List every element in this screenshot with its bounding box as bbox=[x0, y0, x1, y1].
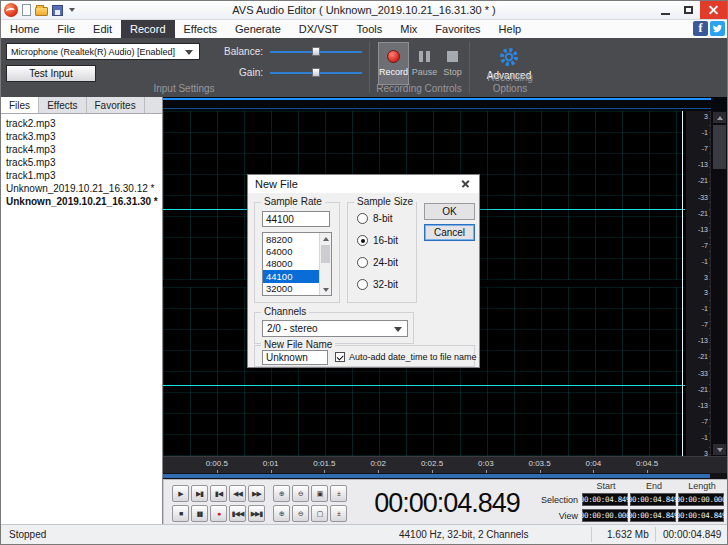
sample-rate-option-88200[interactable]: 88200 bbox=[263, 233, 319, 245]
menu-tab-help[interactable]: Help bbox=[490, 20, 531, 38]
ok-button[interactable]: OK bbox=[424, 203, 475, 220]
menu-tab-favorites[interactable]: Favorites bbox=[426, 20, 489, 38]
radio-label: 32-bit bbox=[373, 279, 398, 290]
menu-tab-effects[interactable]: Effects bbox=[175, 20, 226, 38]
facebook-icon[interactable]: f bbox=[693, 21, 708, 36]
balance-slider[interactable] bbox=[270, 46, 362, 57]
listbox-scroll-thumb[interactable] bbox=[321, 245, 330, 263]
sample-rate-option-44100[interactable]: 44100 bbox=[263, 270, 319, 282]
cancel-button[interactable]: Cancel bbox=[424, 224, 475, 241]
time-tick-label: 0:03.5 bbox=[528, 459, 550, 468]
dialog-close-button[interactable] bbox=[452, 175, 479, 193]
input-settings-group-label: Input Settings bbox=[1, 83, 367, 94]
radio-option-32-bit[interactable]: 32-bit bbox=[357, 279, 398, 290]
fast-forward-button[interactable]: ▶▶ bbox=[248, 485, 265, 502]
menu-tab-record[interactable]: Record bbox=[121, 20, 174, 38]
previous-button[interactable]: ▮◀ bbox=[210, 485, 227, 502]
scroll-up-button[interactable] bbox=[713, 112, 726, 123]
play-selection-button[interactable]: ▶▮ bbox=[191, 485, 208, 502]
zoom-full-button[interactable]: ± bbox=[330, 485, 347, 502]
new-file-icon[interactable] bbox=[22, 4, 31, 16]
dialog-body: Sample Rate 44100 8820064000480004410032… bbox=[248, 193, 479, 368]
horizontal-scroll-thumb[interactable] bbox=[163, 474, 710, 478]
db-label: -7 bbox=[702, 418, 708, 425]
gain-control: Gain: bbox=[219, 66, 362, 79]
vertical-scrollbar[interactable] bbox=[710, 111, 727, 456]
zoom-vertical-selection-button[interactable]: ▢ bbox=[311, 505, 328, 522]
titlebar[interactable]: AVS Audio Editor ( Unknown_2019.10.21_16… bbox=[1, 1, 727, 20]
go-to-start-button[interactable]: ▮◀◀ bbox=[229, 505, 246, 522]
channels-label: Channels bbox=[261, 306, 309, 317]
panel-tab-favorites[interactable]: Favorites bbox=[87, 97, 145, 113]
stop-button[interactable]: ■ bbox=[172, 505, 189, 522]
scroll-down-button[interactable] bbox=[713, 444, 726, 455]
zoom-row-2: ⊕⊖▢± bbox=[273, 505, 347, 522]
view-end-value: 00:00:04.849 bbox=[630, 509, 676, 522]
zoom-vertical-full-button[interactable]: ± bbox=[330, 505, 347, 522]
menu-tab-file[interactable]: File bbox=[48, 20, 84, 38]
sample-rate-option-32000[interactable]: 32000 bbox=[263, 283, 319, 295]
panel-tab-files[interactable]: Files bbox=[1, 97, 39, 113]
vertical-scroll-thumb[interactable] bbox=[713, 125, 726, 169]
zoom-selection-button[interactable]: ▣ bbox=[311, 485, 328, 502]
radio-option-24-bit[interactable]: 24-bit bbox=[357, 257, 398, 268]
menu-tab-dx-vst[interactable]: DX/VST bbox=[290, 20, 348, 38]
playback-cursor[interactable] bbox=[682, 111, 683, 456]
radio-option-16-bit[interactable]: 16-bit bbox=[357, 235, 398, 246]
radio-option-8-bit[interactable]: 8-bit bbox=[357, 213, 392, 224]
file-item[interactable]: track1.mp3 bbox=[1, 169, 162, 182]
zoom-vertical-out-button[interactable]: ⊖ bbox=[292, 505, 309, 522]
channels-select[interactable]: 2/0 - stereo bbox=[262, 320, 408, 337]
transport-bar: ▶▶▮▮◀◀◀▶▶ ■▮▮●▮◀◀▶▶▮ ⊕⊖▣± ⊕⊖▢± 00:00:04.… bbox=[163, 479, 727, 526]
test-input-button[interactable]: Test Input bbox=[6, 65, 96, 82]
scroll-up-button[interactable] bbox=[320, 233, 331, 244]
file-item[interactable]: Unknown_2019.10.21_16.30.12 * bbox=[1, 182, 162, 195]
panel-tab-effects[interactable]: Effects bbox=[39, 97, 86, 113]
time-ruler[interactable]: 0:00.50:010:01.50:020:02.50:030:03.50:04… bbox=[163, 456, 727, 473]
chevron-down-icon bbox=[394, 327, 402, 332]
file-item[interactable]: track5.mp3 bbox=[1, 156, 162, 169]
pause-ribbon-button[interactable]: Pause bbox=[411, 42, 438, 85]
pause-button[interactable]: ▮▮ bbox=[191, 505, 208, 522]
gain-slider[interactable] bbox=[270, 67, 362, 78]
save-icon[interactable] bbox=[52, 5, 63, 16]
overview-strip[interactable] bbox=[163, 97, 727, 111]
menu-tab-home[interactable]: Home bbox=[1, 20, 48, 38]
slider-thumb[interactable] bbox=[312, 68, 320, 77]
dialog-titlebar[interactable]: New File bbox=[248, 175, 479, 193]
twitter-icon[interactable] bbox=[710, 21, 725, 36]
file-item[interactable]: track4.mp3 bbox=[1, 143, 162, 156]
input-device-select[interactable]: Microphone (Realtek(R) Audio) [Enabled] bbox=[6, 43, 200, 60]
slider-thumb[interactable] bbox=[312, 47, 320, 56]
listbox-scrollbar[interactable] bbox=[319, 233, 331, 295]
quick-access-caret-icon[interactable] bbox=[69, 8, 75, 12]
zoom-out-button[interactable]: ⊖ bbox=[292, 485, 309, 502]
menu-tab-tools[interactable]: Tools bbox=[348, 20, 392, 38]
zoom-vertical-in-button[interactable]: ⊕ bbox=[273, 505, 290, 522]
balance-label: Balance: bbox=[219, 46, 263, 57]
maximize-button[interactable] bbox=[677, 1, 700, 19]
minimize-button[interactable] bbox=[654, 1, 677, 19]
record-ribbon-button[interactable]: Record bbox=[378, 42, 409, 85]
menu-tab-mix[interactable]: Mix bbox=[391, 20, 426, 38]
file-item[interactable]: track3.mp3 bbox=[1, 130, 162, 143]
file-item[interactable]: Unknown_2019.10.21_16.31.30 * bbox=[1, 195, 162, 208]
auto-add-datetime-checkbox[interactable] bbox=[335, 352, 345, 362]
file-item[interactable]: track2.mp3 bbox=[1, 117, 162, 130]
play-button[interactable]: ▶ bbox=[172, 485, 189, 502]
file-name-input[interactable]: Unknown bbox=[262, 350, 328, 365]
go-to-end-button[interactable]: ▶▶▮ bbox=[248, 505, 265, 522]
rewind-button[interactable]: ◀◀ bbox=[229, 485, 246, 502]
zoom-in-button[interactable]: ⊕ bbox=[273, 485, 290, 502]
menu-tab-edit[interactable]: Edit bbox=[84, 20, 121, 38]
stop-ribbon-button[interactable]: Stop bbox=[439, 42, 466, 85]
menu-tab-generate[interactable]: Generate bbox=[226, 20, 290, 38]
sample-rate-option-64000[interactable]: 64000 bbox=[263, 245, 319, 257]
open-folder-icon[interactable] bbox=[35, 7, 48, 16]
sample-rate-option-48000[interactable]: 48000 bbox=[263, 258, 319, 270]
scroll-down-button[interactable] bbox=[320, 284, 331, 295]
record-button[interactable]: ● bbox=[210, 505, 227, 522]
db-label: -13 bbox=[698, 337, 708, 344]
sample-rate-input[interactable]: 44100 bbox=[262, 211, 330, 227]
close-button[interactable] bbox=[700, 1, 727, 19]
